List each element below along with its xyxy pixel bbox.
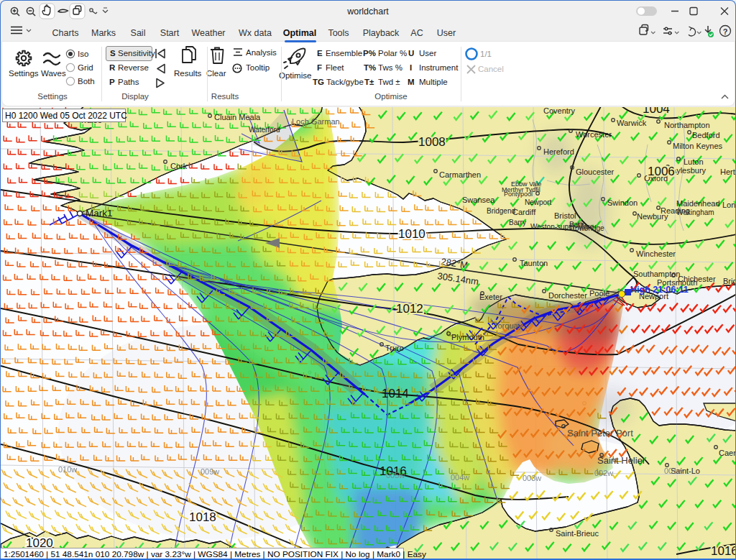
svg-text:Poole: Poole	[589, 289, 610, 298]
svg-text:Hereford: Hereford	[543, 147, 574, 156]
svg-text:Waterford: Waterford	[249, 126, 280, 134]
svg-text:Winchester: Winchester	[636, 249, 676, 258]
svg-text:003w: 003w	[523, 474, 541, 482]
svg-text:Caen: Caen	[719, 449, 736, 457]
svg-text:Carmarthen: Carmarthen	[439, 170, 481, 179]
svg-text:Chichester: Chichester	[678, 275, 716, 283]
svg-text:1006: 1006	[648, 165, 675, 178]
svg-text:Milton Keynes: Milton Keynes	[673, 142, 723, 150]
svg-text:Bath: Bath	[569, 221, 584, 229]
svg-text:Barry: Barry	[509, 219, 526, 226]
svg-text:?: ?	[723, 27, 728, 36]
svg-text:Gloucester: Gloucester	[576, 167, 615, 176]
svg-text:Saint-Brieuc: Saint-Brieuc	[556, 529, 599, 538]
svg-text:Coventry: Coventry	[543, 107, 576, 115]
svg-text:Brig: Brig	[723, 277, 736, 285]
svg-text:Southampton: Southampton	[633, 270, 680, 278]
svg-text:1018: 1018	[189, 510, 216, 524]
svg-text:Wokingham: Wokingham	[676, 208, 714, 216]
svg-text:Cardiff: Cardiff	[512, 208, 536, 216]
svg-text:1012: 1012	[396, 302, 423, 316]
svg-text:002w: 002w	[594, 469, 613, 477]
svg-text:Pontypool: Pontypool	[504, 191, 533, 198]
svg-text:Luton: Luton	[684, 157, 704, 166]
svg-text:Northampton: Northampton	[664, 121, 710, 129]
svg-text:Swansea: Swansea	[462, 196, 495, 204]
svg-text:Cluain Meala: Cluain Meala	[214, 113, 261, 121]
svg-text:Truro: Truro	[385, 344, 404, 352]
svg-text:Loch Garman: Loch Garman	[292, 117, 340, 126]
svg-text:Saint Peter Port: Saint Peter Port	[567, 428, 633, 439]
svg-text:Mark1: Mark1	[86, 208, 113, 219]
svg-text:Newport: Newport	[525, 198, 551, 206]
svg-text:010w: 010w	[58, 465, 77, 474]
svg-text:1010: 1010	[398, 227, 426, 241]
svg-text:005w: 005w	[386, 471, 405, 479]
svg-text:Exeter: Exeter	[479, 293, 502, 301]
svg-text:1016: 1016	[711, 544, 736, 558]
svg-text:Torquay: Torquay	[494, 321, 523, 330]
svg-text:Cork: Cork	[170, 162, 188, 170]
svg-text:Taunton: Taunton	[520, 259, 548, 267]
svg-text:Warwick: Warwick	[617, 119, 647, 127]
svg-text:Bridgend: Bridgend	[487, 207, 515, 215]
svg-text:001w: 001w	[664, 467, 683, 475]
svg-text:1008: 1008	[418, 135, 446, 149]
svg-text:Swindon: Swindon	[607, 198, 638, 207]
svg-text:Worcester: Worcester	[576, 130, 612, 139]
svg-text:Aylesbury: Aylesbury	[671, 166, 707, 175]
svg-text:Bristol: Bristol	[554, 211, 576, 220]
svg-text:Plymouth: Plymouth	[451, 333, 484, 341]
svg-text:Saint Helier: Saint Helier	[597, 455, 646, 466]
svg-text:009w: 009w	[201, 467, 219, 476]
svg-text:Bedford: Bedford	[692, 131, 720, 139]
svg-text:004w: 004w	[451, 473, 469, 482]
svg-text:Hertf: Hertf	[720, 167, 736, 176]
svg-text:Lond: Lond	[722, 201, 736, 209]
svg-text:1014: 1014	[382, 387, 409, 400]
svg-text:High 21:06:11: High 21:06:11	[630, 285, 689, 295]
svg-text:1004: 1004	[643, 107, 670, 116]
svg-text:Dorchester: Dorchester	[548, 291, 587, 300]
